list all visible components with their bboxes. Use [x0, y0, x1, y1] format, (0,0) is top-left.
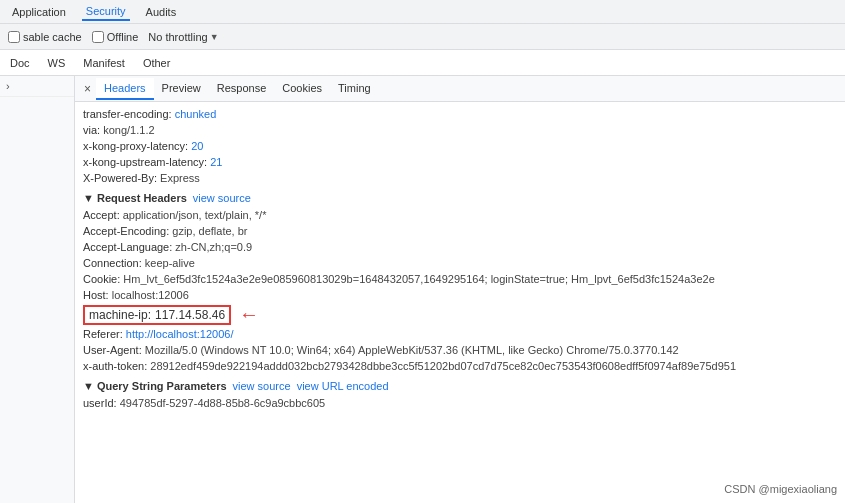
close-button[interactable]: × [79, 80, 96, 98]
connection-row: Connection: keep-alive [83, 255, 837, 271]
query-string-label: ▼ Query String Parameters [83, 380, 227, 392]
offline-label[interactable]: Offline [92, 31, 139, 43]
query-view-source-link[interactable]: view source [233, 380, 291, 392]
accept-language-key: Accept-Language: [83, 241, 172, 253]
x-auth-token-row: x-auth-token: 28912edf459de922194addd032… [83, 358, 837, 374]
accept-key: Accept: [83, 209, 120, 221]
via-key: via: [83, 124, 100, 136]
accept-val: application/json, text/plain, */* [123, 209, 267, 221]
tab-cookies[interactable]: Cookies [274, 78, 330, 100]
top-bar: Application Security Audits [0, 0, 845, 24]
cookie-row: Cookie: Hm_lvt_6ef5d3fc1524a3e2e9e085960… [83, 271, 837, 287]
throttle-text: No throttling [148, 31, 207, 43]
throttle-select[interactable]: No throttling ▼ [148, 31, 218, 43]
second-bar: sable cache Offline No throttling ▼ [0, 24, 845, 50]
disable-cache-label[interactable]: sable cache [8, 31, 82, 43]
accept-row: Accept: application/json, text/plain, */… [83, 207, 837, 223]
x-powered-by-row: X-Powered-By: Express [83, 170, 837, 186]
transfer-encoding-row: transfer-encoding: chunked [83, 106, 837, 122]
tab-audits[interactable]: Audits [142, 4, 181, 20]
machine-ip-row: machine-ip: 117.14.58.46 [83, 305, 231, 325]
user-agent-row: User-Agent: Mozilla/5.0 (Windows NT 10.0… [83, 342, 837, 358]
kong-proxy-key: x-kong-proxy-latency: [83, 140, 188, 152]
headers-content[interactable]: transfer-encoding: chunked via: kong/1.1… [75, 102, 845, 503]
tab-response[interactable]: Response [209, 78, 275, 100]
x-auth-token-key: x-auth-token: [83, 360, 147, 372]
tab-security[interactable]: Security [82, 3, 130, 21]
query-string-title: ▼ Query String Parameters view source vi… [83, 374, 837, 395]
query-view-url-encoded-link[interactable]: view URL encoded [297, 380, 389, 392]
referer-key: Referer: [83, 328, 123, 340]
content-panel: × Headers Preview Response Cookies Timin… [75, 76, 845, 503]
tab-doc[interactable]: Doc [8, 53, 32, 73]
red-arrow-icon: ← [239, 303, 259, 326]
view-source-link[interactable]: view source [193, 192, 251, 204]
host-row: Host: localhost:12006 [83, 287, 837, 303]
host-val: localhost:12006 [112, 289, 189, 301]
connection-val: keep-alive [145, 257, 195, 269]
kong-proxy-val: 20 [191, 140, 203, 152]
main-area: › × Headers Preview Response Cookies Tim… [0, 76, 845, 503]
userid-val: 494785df-5297-4d88-85b8-6c9a9cbbc605 [120, 397, 326, 409]
transfer-encoding-val: chunked [175, 108, 217, 120]
accept-encoding-key: Accept-Encoding: [83, 225, 169, 237]
host-key: Host: [83, 289, 109, 301]
referer-val: http://localhost:12006/ [126, 328, 234, 340]
user-agent-key: User-Agent: [83, 344, 142, 356]
throttle-arrow-icon: ▼ [210, 32, 219, 42]
kong-proxy-row: x-kong-proxy-latency: 20 [83, 138, 837, 154]
via-val: kong/1.1.2 [103, 124, 154, 136]
transfer-encoding-key: transfer-encoding: [83, 108, 172, 120]
tabs-row: × Headers Preview Response Cookies Timin… [75, 76, 845, 102]
tab-other[interactable]: Other [141, 53, 173, 73]
disable-cache-checkbox[interactable] [8, 31, 20, 43]
connection-key: Connection: [83, 257, 142, 269]
request-headers-label: ▼ Request Headers [83, 192, 187, 204]
watermark: CSDN @migexiaoliang [724, 483, 837, 495]
accept-encoding-row: Accept-Encoding: gzip, deflate, br [83, 223, 837, 239]
userid-key: userId: [83, 397, 117, 409]
accept-encoding-val: gzip, deflate, br [172, 225, 247, 237]
disable-cache-text: sable cache [23, 31, 82, 43]
left-panel-chevron[interactable]: › [0, 76, 74, 97]
machine-ip-row-container: machine-ip: 117.14.58.46 ← [83, 303, 837, 326]
machine-ip-val: 117.14.58.46 [155, 308, 225, 322]
accept-language-row: Accept-Language: zh-CN,zh;q=0.9 [83, 239, 837, 255]
tab-preview[interactable]: Preview [154, 78, 209, 100]
tab-application[interactable]: Application [8, 4, 70, 20]
tab-ws[interactable]: WS [46, 53, 68, 73]
kong-upstream-row: x-kong-upstream-latency: 21 [83, 154, 837, 170]
third-bar: Doc WS Manifest Other [0, 50, 845, 76]
machine-ip-key: machine-ip: [89, 308, 151, 322]
userid-row: userId: 494785df-5297-4d88-85b8-6c9a9cbb… [83, 395, 837, 411]
offline-checkbox[interactable] [92, 31, 104, 43]
x-powered-by-val: Express [160, 172, 200, 184]
kong-upstream-key: x-kong-upstream-latency: [83, 156, 207, 168]
x-powered-by-key: X-Powered-By: [83, 172, 157, 184]
tab-headers[interactable]: Headers [96, 78, 154, 100]
cookie-val: Hm_lvt_6ef5d3fc1524a3e2e9e085960813029b=… [123, 273, 714, 285]
accept-language-val: zh-CN,zh;q=0.9 [175, 241, 252, 253]
cookie-key: Cookie: [83, 273, 120, 285]
left-panel: › [0, 76, 75, 503]
tab-timing[interactable]: Timing [330, 78, 379, 100]
x-auth-token-val: 28912edf459de922194addd032bcb2793428dbbe… [150, 360, 736, 372]
via-row: via: kong/1.1.2 [83, 122, 837, 138]
referer-row: Referer: http://localhost:12006/ [83, 326, 837, 342]
kong-upstream-val: 21 [210, 156, 222, 168]
tab-manifest[interactable]: Manifest [81, 53, 127, 73]
user-agent-val: Mozilla/5.0 (Windows NT 10.0; Win64; x64… [145, 344, 679, 356]
request-headers-title: ▼ Request Headers view source [83, 186, 837, 207]
offline-text: Offline [107, 31, 139, 43]
